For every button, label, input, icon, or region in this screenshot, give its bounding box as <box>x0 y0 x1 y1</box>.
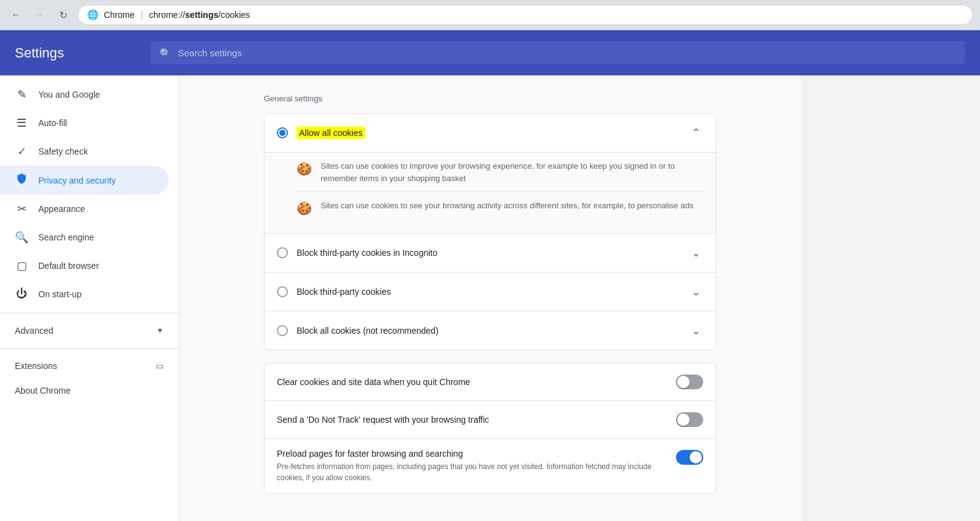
cookie-option-allow-all[interactable]: Allow all cookies ⌃ <box>264 114 716 153</box>
toggle-label-do-not-track: Send a 'Do Not Track' request with your … <box>277 415 676 425</box>
block-third-party-expand-icon[interactable]: ⌄ <box>689 282 703 301</box>
cookie-option-block-incognito[interactable]: Block third-party cookies in Incognito ⌄ <box>264 234 716 273</box>
sidebar-item-you-and-google[interactable]: ✎ You and Google <box>0 80 179 109</box>
block-all-expand-icon[interactable]: ⌄ <box>689 321 703 340</box>
sidebar-label-about-chrome: About Chrome <box>15 386 70 396</box>
radio-block-all <box>277 325 288 336</box>
cookie-option-block-incognito-label: Block third-party cookies in Incognito <box>297 248 689 258</box>
cookie-options-card: Allow all cookies ⌃ 🍪 Sites can use cook… <box>264 113 716 350</box>
sidebar-label-privacy-security: Privacy and security <box>38 176 116 185</box>
search-engine-icon: 🔍 <box>15 231 28 244</box>
allow-all-expand-icon[interactable]: ⌃ <box>689 124 703 142</box>
settings-body: ✎ You and Google ☰ Auto-fill ✓ Safety ch… <box>0 75 980 521</box>
block-incognito-expand-icon[interactable]: ⌄ <box>689 244 703 262</box>
refresh-button[interactable]: ↻ <box>54 6 72 23</box>
sidebar-item-advanced[interactable]: Advanced ▼ <box>0 318 179 343</box>
section-title: General settings <box>264 94 716 103</box>
sidebar-label-extensions: Extensions <box>15 361 57 371</box>
address-bar[interactable]: 🌐 Chrome | chrome://settings/cookies <box>78 5 973 25</box>
radio-block-incognito <box>277 247 288 258</box>
toggle-label-clear-cookies: Clear cookies and site data when you qui… <box>277 377 676 387</box>
sidebar-item-auto-fill[interactable]: ☰ Auto-fill <box>0 109 179 137</box>
cookie-icon-1: 🍪 <box>297 161 312 176</box>
sidebar-label-you-and-google: You and Google <box>38 90 100 100</box>
startup-icon: ⏻ <box>15 287 28 300</box>
toggle-row-clear-cookies: Clear cookies and site data when you qui… <box>264 363 716 401</box>
right-panel <box>801 75 980 521</box>
toggle-do-not-track[interactable] <box>676 412 703 427</box>
autofill-icon: ☰ <box>15 116 28 130</box>
cookie-option-block-third-party-label: Block third-party cookies <box>297 287 689 297</box>
detail-text-2: Sites can use cookies to see your browsi… <box>321 200 693 212</box>
toggle-row-preload-pages: Preload pages for faster browsing and se… <box>264 439 716 493</box>
sidebar-divider <box>0 313 179 313</box>
appearance-icon: ✂ <box>15 202 28 216</box>
cookie-option-block-third-party[interactable]: Block third-party cookies ⌄ <box>264 273 716 311</box>
detail-text-1: Sites can use cookies to improve your br… <box>321 160 703 184</box>
cookie-option-block-all[interactable]: Block all cookies (not recommended) ⌄ <box>264 311 716 350</box>
search-container: 🔍 <box>151 41 965 64</box>
toggle-knob-clear-cookies <box>677 376 690 388</box>
globe-icon: 🌐 <box>87 9 99 20</box>
search-input[interactable] <box>151 41 965 64</box>
sidebar-label-default-browser: Default browser <box>38 261 99 271</box>
privacy-icon <box>15 173 28 187</box>
toggle-row-do-not-track: Send a 'Do Not Track' request with your … <box>264 401 716 439</box>
browser-chrome: ← → ↻ 🌐 Chrome | chrome://settings/cooki… <box>0 0 980 30</box>
detail-row-1: 🍪 Sites can use cookies to improve your … <box>297 153 703 192</box>
main-content: General settings Allow all cookies ⌃ 🍪 S… <box>179 75 801 521</box>
external-link-icon: ▭ <box>156 361 164 371</box>
sidebar-item-on-startup[interactable]: ⏻ On start-up <box>0 280 179 308</box>
sidebar-item-about-chrome[interactable]: About Chrome <box>0 378 179 403</box>
sidebar-label-search-engine: Search engine <box>38 232 94 242</box>
sidebar-item-appearance[interactable]: ✂ Appearance <box>0 195 179 223</box>
sidebar-item-extensions[interactable]: Extensions ▭ <box>0 354 179 378</box>
toggle-label-preload-pages: Preload pages for faster browsing and se… <box>277 449 676 483</box>
person-icon: ✎ <box>15 88 28 101</box>
cookie-option-allow-all-label: Allow all cookies <box>297 128 689 138</box>
sidebar-label-on-startup: On start-up <box>38 289 82 299</box>
forward-button[interactable]: → <box>31 6 48 23</box>
sidebar-label-auto-fill: Auto-fill <box>38 118 67 128</box>
sidebar: ✎ You and Google ☰ Auto-fill ✓ Safety ch… <box>0 75 179 521</box>
sidebar-item-default-browser[interactable]: ▢ Default browser <box>0 252 179 280</box>
toggle-knob-preload-pages <box>690 451 702 464</box>
url-display: Chrome | chrome://settings/cookies <box>104 10 250 20</box>
content-area: General settings Allow all cookies ⌃ 🍪 S… <box>249 75 731 512</box>
cookie-icon-2: 🍪 <box>297 201 312 216</box>
sidebar-item-safety-check[interactable]: ✓ Safety check <box>0 137 179 166</box>
shield-icon: ✓ <box>15 145 28 158</box>
settings-title: Settings <box>15 45 138 61</box>
sidebar-label-safety-check: Safety check <box>38 146 88 156</box>
sidebar-label-appearance: Appearance <box>38 204 85 214</box>
toggle-section: Clear cookies and site data when you qui… <box>264 363 716 494</box>
advanced-chevron-icon: ▼ <box>156 326 164 335</box>
toggle-knob-do-not-track <box>677 413 690 426</box>
allow-all-expanded-details: 🍪 Sites can use cookies to improve your … <box>264 153 716 234</box>
cookie-option-block-all-label: Block all cookies (not recommended) <box>297 326 689 336</box>
sidebar-item-privacy-security[interactable]: Privacy and security <box>0 166 169 195</box>
radio-block-third-party <box>277 286 288 297</box>
sidebar-divider-2 <box>0 348 179 349</box>
toggle-clear-cookies[interactable] <box>676 375 703 389</box>
back-button[interactable]: ← <box>7 6 25 23</box>
sidebar-label-advanced: Advanced <box>15 326 53 336</box>
browser-icon: ▢ <box>15 259 28 273</box>
settings-header: Settings 🔍 <box>0 30 980 75</box>
toggle-preload-pages[interactable] <box>676 450 703 465</box>
radio-allow-all <box>277 127 288 138</box>
detail-row-2: 🍪 Sites can use cookies to see your brow… <box>297 192 703 223</box>
sidebar-item-search-engine[interactable]: 🔍 Search engine <box>0 223 179 252</box>
